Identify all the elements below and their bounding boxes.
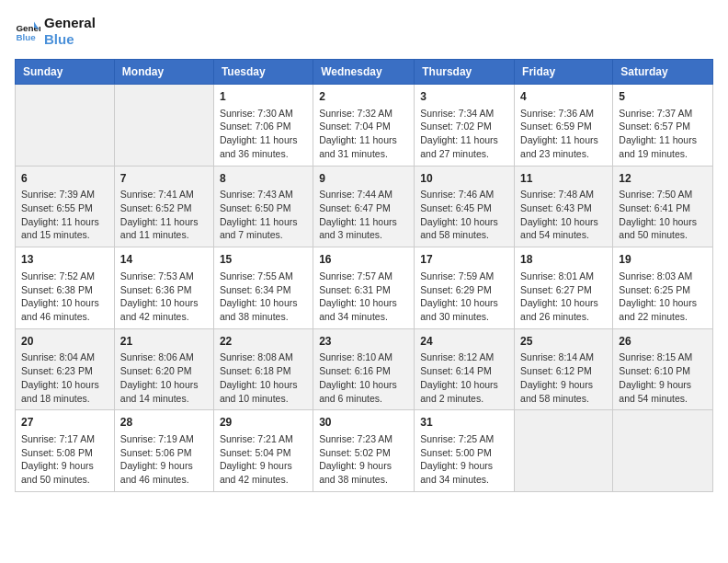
day-cell-15: 15Sunrise: 7:55 AMSunset: 6:34 PMDayligh… bbox=[213, 247, 313, 329]
day-number: 6 bbox=[21, 171, 108, 187]
day-number: 27 bbox=[21, 415, 108, 431]
day-number: 15 bbox=[220, 252, 307, 268]
day-number: 7 bbox=[120, 171, 208, 187]
day-info: Sunrise: 8:01 AMSunset: 6:27 PMDaylight:… bbox=[520, 270, 607, 324]
day-number: 23 bbox=[319, 334, 408, 350]
day-info: Sunrise: 7:55 AMSunset: 6:34 PMDaylight:… bbox=[220, 270, 307, 324]
day-info: Sunrise: 7:44 AMSunset: 6:47 PMDaylight:… bbox=[319, 188, 408, 242]
day-cell-26: 26Sunrise: 8:15 AMSunset: 6:10 PMDayligh… bbox=[613, 328, 713, 410]
day-info: Sunrise: 8:04 AMSunset: 6:23 PMDaylight:… bbox=[21, 350, 108, 405]
day-info: Sunrise: 7:48 AMSunset: 6:43 PMDaylight:… bbox=[520, 188, 607, 242]
day-cell-6: 6Sunrise: 7:39 AMSunset: 6:55 PMDaylight… bbox=[16, 166, 115, 247]
day-cell-4: 4Sunrise: 7:36 AMSunset: 6:59 PMDaylight… bbox=[515, 85, 613, 167]
day-cell-23: 23Sunrise: 8:10 AMSunset: 6:16 PMDayligh… bbox=[313, 328, 415, 410]
day-cell-16: 16Sunrise: 7:57 AMSunset: 6:31 PMDayligh… bbox=[313, 247, 415, 329]
page-header: General Blue General Blue bbox=[15, 15, 713, 48]
day-cell-14: 14Sunrise: 7:53 AMSunset: 6:36 PMDayligh… bbox=[114, 247, 213, 329]
calendar-table: SundayMondayTuesdayWednesdayThursdayFrid… bbox=[15, 59, 713, 492]
day-cell-29: 29Sunrise: 7:21 AMSunset: 5:04 PMDayligh… bbox=[213, 410, 313, 492]
empty-cell bbox=[16, 85, 115, 167]
day-number: 2 bbox=[319, 89, 408, 105]
day-cell-9: 9Sunrise: 7:44 AMSunset: 6:47 PMDaylight… bbox=[313, 166, 415, 247]
week-row-4: 20Sunrise: 8:04 AMSunset: 6:23 PMDayligh… bbox=[16, 328, 713, 410]
day-info: Sunrise: 7:25 AMSunset: 5:00 PMDaylight:… bbox=[420, 432, 508, 487]
header-day-wednesday: Wednesday bbox=[313, 60, 415, 85]
day-cell-17: 17Sunrise: 7:59 AMSunset: 6:29 PMDayligh… bbox=[415, 247, 515, 329]
day-info: Sunrise: 8:08 AMSunset: 6:18 PMDaylight:… bbox=[220, 350, 307, 405]
day-cell-1: 1Sunrise: 7:30 AMSunset: 7:06 PMDaylight… bbox=[213, 85, 313, 167]
calendar-header: SundayMondayTuesdayWednesdayThursdayFrid… bbox=[16, 60, 713, 85]
day-info: Sunrise: 7:30 AMSunset: 7:06 PMDaylight:… bbox=[220, 107, 307, 161]
day-info: Sunrise: 7:39 AMSunset: 6:55 PMDaylight:… bbox=[21, 188, 108, 242]
day-info: Sunrise: 8:12 AMSunset: 6:14 PMDaylight:… bbox=[420, 350, 508, 405]
logo-icon: General Blue bbox=[15, 18, 40, 44]
header-day-tuesday: Tuesday bbox=[213, 60, 313, 85]
day-info: Sunrise: 7:37 AMSunset: 6:57 PMDaylight:… bbox=[619, 107, 707, 161]
empty-cell bbox=[613, 410, 713, 492]
day-number: 5 bbox=[619, 89, 707, 105]
day-cell-19: 19Sunrise: 8:03 AMSunset: 6:25 PMDayligh… bbox=[613, 247, 713, 329]
day-number: 22 bbox=[220, 334, 307, 350]
day-cell-30: 30Sunrise: 7:23 AMSunset: 5:02 PMDayligh… bbox=[313, 410, 415, 492]
day-cell-27: 27Sunrise: 7:17 AMSunset: 5:08 PMDayligh… bbox=[16, 410, 115, 492]
day-number: 20 bbox=[21, 334, 108, 350]
header-day-sunday: Sunday bbox=[16, 60, 115, 85]
empty-cell bbox=[114, 85, 213, 167]
day-number: 26 bbox=[619, 334, 707, 350]
day-number: 31 bbox=[420, 415, 508, 431]
day-cell-25: 25Sunrise: 8:14 AMSunset: 6:12 PMDayligh… bbox=[515, 328, 613, 410]
day-info: Sunrise: 7:43 AMSunset: 6:50 PMDaylight:… bbox=[220, 188, 307, 242]
empty-cell bbox=[515, 410, 613, 492]
week-row-2: 6Sunrise: 7:39 AMSunset: 6:55 PMDaylight… bbox=[16, 166, 713, 247]
week-row-5: 27Sunrise: 7:17 AMSunset: 5:08 PMDayligh… bbox=[16, 410, 713, 492]
day-info: Sunrise: 7:50 AMSunset: 6:41 PMDaylight:… bbox=[619, 188, 707, 242]
day-number: 18 bbox=[520, 252, 607, 268]
day-cell-18: 18Sunrise: 8:01 AMSunset: 6:27 PMDayligh… bbox=[515, 247, 613, 329]
day-info: Sunrise: 7:53 AMSunset: 6:36 PMDaylight:… bbox=[120, 270, 208, 324]
day-info: Sunrise: 7:32 AMSunset: 7:04 PMDaylight:… bbox=[319, 107, 408, 161]
day-number: 8 bbox=[220, 171, 307, 187]
day-cell-10: 10Sunrise: 7:46 AMSunset: 6:45 PMDayligh… bbox=[415, 166, 515, 247]
week-row-1: 1Sunrise: 7:30 AMSunset: 7:06 PMDaylight… bbox=[16, 85, 713, 167]
svg-text:Blue: Blue bbox=[16, 32, 36, 42]
day-info: Sunrise: 7:59 AMSunset: 6:29 PMDaylight:… bbox=[420, 270, 508, 324]
day-number: 3 bbox=[420, 89, 508, 105]
day-number: 9 bbox=[319, 171, 408, 187]
day-cell-11: 11Sunrise: 7:48 AMSunset: 6:43 PMDayligh… bbox=[515, 166, 613, 247]
day-cell-3: 3Sunrise: 7:34 AMSunset: 7:02 PMDaylight… bbox=[415, 85, 515, 167]
day-cell-8: 8Sunrise: 7:43 AMSunset: 6:50 PMDaylight… bbox=[213, 166, 313, 247]
day-number: 14 bbox=[120, 252, 208, 268]
day-cell-31: 31Sunrise: 7:25 AMSunset: 5:00 PMDayligh… bbox=[415, 410, 515, 492]
day-info: Sunrise: 7:41 AMSunset: 6:52 PMDaylight:… bbox=[120, 188, 208, 242]
day-info: Sunrise: 8:14 AMSunset: 6:12 PMDaylight:… bbox=[520, 350, 607, 405]
day-number: 30 bbox=[319, 415, 408, 431]
day-number: 24 bbox=[420, 334, 508, 350]
header-day-thursday: Thursday bbox=[415, 60, 515, 85]
day-number: 17 bbox=[420, 252, 508, 268]
day-info: Sunrise: 8:10 AMSunset: 6:16 PMDaylight:… bbox=[319, 350, 408, 405]
day-cell-21: 21Sunrise: 8:06 AMSunset: 6:20 PMDayligh… bbox=[114, 328, 213, 410]
day-cell-2: 2Sunrise: 7:32 AMSunset: 7:04 PMDaylight… bbox=[313, 85, 415, 167]
day-info: Sunrise: 7:52 AMSunset: 6:38 PMDaylight:… bbox=[21, 270, 108, 324]
calendar-body: 1Sunrise: 7:30 AMSunset: 7:06 PMDaylight… bbox=[16, 85, 713, 492]
day-number: 10 bbox=[420, 171, 508, 187]
day-number: 29 bbox=[220, 415, 307, 431]
day-cell-5: 5Sunrise: 7:37 AMSunset: 6:57 PMDaylight… bbox=[613, 85, 713, 167]
day-info: Sunrise: 7:17 AMSunset: 5:08 PMDaylight:… bbox=[21, 432, 108, 487]
day-cell-12: 12Sunrise: 7:50 AMSunset: 6:41 PMDayligh… bbox=[613, 166, 713, 247]
day-number: 25 bbox=[520, 334, 607, 350]
day-number: 16 bbox=[319, 252, 408, 268]
day-cell-24: 24Sunrise: 8:12 AMSunset: 6:14 PMDayligh… bbox=[415, 328, 515, 410]
logo-blue: Blue bbox=[44, 31, 96, 48]
header-day-monday: Monday bbox=[114, 60, 213, 85]
day-cell-22: 22Sunrise: 8:08 AMSunset: 6:18 PMDayligh… bbox=[213, 328, 313, 410]
day-info: Sunrise: 7:23 AMSunset: 5:02 PMDaylight:… bbox=[319, 432, 408, 487]
logo-general: General bbox=[44, 15, 96, 31]
day-cell-13: 13Sunrise: 7:52 AMSunset: 6:38 PMDayligh… bbox=[16, 247, 115, 329]
day-number: 1 bbox=[220, 89, 307, 105]
day-info: Sunrise: 7:57 AMSunset: 6:31 PMDaylight:… bbox=[319, 270, 408, 324]
day-cell-28: 28Sunrise: 7:19 AMSunset: 5:06 PMDayligh… bbox=[114, 410, 213, 492]
day-number: 13 bbox=[21, 252, 108, 268]
day-info: Sunrise: 7:34 AMSunset: 7:02 PMDaylight:… bbox=[420, 107, 508, 161]
header-day-saturday: Saturday bbox=[613, 60, 713, 85]
